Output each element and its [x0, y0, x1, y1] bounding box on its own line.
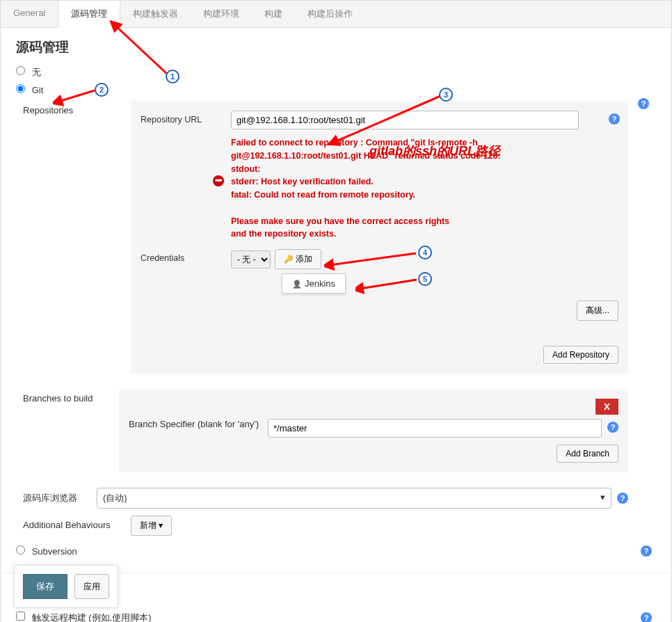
arrow-icon — [355, 278, 422, 294]
branch-specifier-input[interactable] — [268, 419, 602, 438]
help-icon[interactable]: ? — [641, 545, 652, 557]
credentials-select[interactable]: - 无 - — [231, 250, 271, 269]
tab-env[interactable]: 构建环境 — [191, 1, 252, 27]
radio-subversion[interactable]: Subversion — [16, 546, 77, 557]
annotation-5: 5 — [418, 272, 432, 286]
annotation-4: 4 — [418, 246, 432, 260]
remove-branch-button[interactable]: X — [595, 399, 618, 415]
branch-specifier-label: Branch Specifier (blank for 'any') — [129, 419, 268, 429]
radio-none[interactable]: 无 — [16, 67, 41, 77]
add-repository-button[interactable]: Add Repository — [543, 346, 618, 364]
apply-button[interactable]: 应用 — [74, 574, 109, 599]
add-branch-button[interactable]: Add Branch — [557, 445, 618, 463]
add-behaviour-button[interactable]: 新增 ▾ — [131, 516, 172, 536]
config-tabs: General 源码管理 构建触发器 构建环境 构建 构建后操作 — [1, 1, 671, 28]
tab-post[interactable]: 构建后操作 — [295, 1, 365, 27]
help-icon[interactable]: ? — [617, 493, 628, 504]
svg-line-3 — [335, 96, 440, 142]
tab-general[interactable]: General — [1, 1, 58, 27]
annotation-2: 2 — [95, 83, 109, 97]
svg-line-2 — [58, 90, 95, 102]
add-credentials-button[interactable]: 添加 — [275, 249, 321, 269]
ssh-annotation-label: gitlab的ssh的URL路径 — [369, 143, 500, 159]
arrow-icon — [324, 251, 422, 272]
help-icon[interactable]: ? — [641, 612, 652, 622]
help-icon[interactable]: ? — [609, 113, 620, 125]
checkbox-remote-trigger[interactable]: 触发远程构建 (例如,使用脚本) — [16, 612, 152, 622]
repo-browser-select[interactable]: (自动)▾ — [97, 488, 611, 509]
help-icon[interactable]: ? — [607, 422, 618, 433]
svg-line-4 — [330, 253, 416, 265]
credentials-label: Credentials — [141, 249, 231, 263]
save-button[interactable]: 保存 — [23, 574, 67, 599]
additional-behaviours-label: Additional Behaviours — [23, 516, 131, 530]
arrow-icon — [321, 95, 446, 150]
radio-git[interactable]: Git — [16, 85, 43, 95]
tab-build[interactable]: 构建 — [252, 1, 295, 27]
svg-line-5 — [360, 280, 417, 289]
branches-label: Branches to build — [23, 389, 119, 404]
svg-line-1 — [115, 26, 168, 74]
repo-url-label: Repository URL — [141, 111, 231, 125]
jenkins-dropdown-item[interactable]: Jenkins — [282, 273, 346, 294]
annotation-3: 3 — [439, 88, 453, 102]
annotation-1: 1 — [166, 70, 179, 83]
advanced-button[interactable]: 高级... — [577, 301, 618, 321]
repo-browser-label: 源码库浏览器 — [23, 488, 97, 504]
help-icon[interactable]: ? — [638, 98, 649, 109]
footer-actions: 保存 应用 — [14, 565, 118, 608]
error-icon: ━ — [213, 175, 224, 186]
